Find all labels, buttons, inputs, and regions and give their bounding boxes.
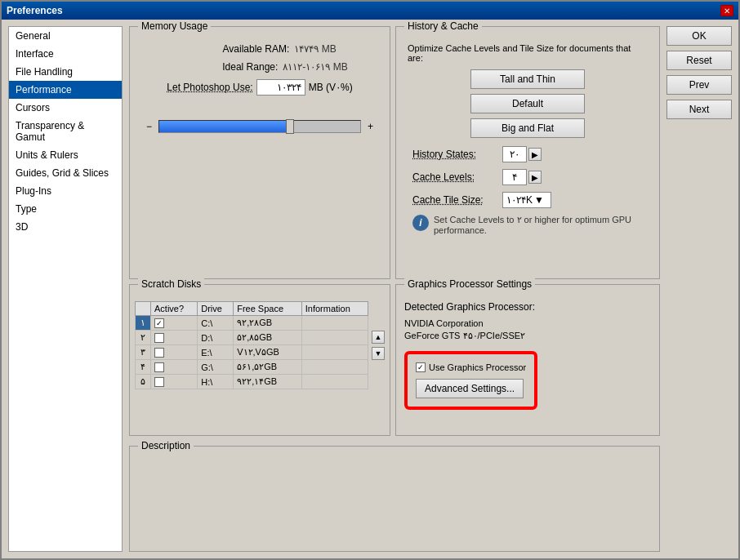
cache-levels-value[interactable]: ۴ (502, 169, 527, 185)
scratch-table-container: Active? Drive Free Space Information ۱ (135, 301, 385, 389)
let-use-input[interactable] (256, 79, 305, 96)
row-drive: D:\ (198, 331, 234, 345)
bottom-panels: Scratch Disks Active? Drive Free Space I… (129, 284, 660, 436)
memory-slider-container: − + (138, 120, 381, 133)
memory-title: Memory Usage (138, 20, 211, 32)
row-drive: H:\ (198, 375, 234, 389)
description-panel: Description (129, 446, 660, 552)
available-ram-value: ۱۴۷۴۹ MB (294, 43, 336, 55)
sidebar-item-cursors[interactable]: Cursors (9, 99, 122, 117)
history-states-label: History States: (412, 149, 502, 160)
history-description: Optimize Cache Levels and Tile Size for … (404, 43, 651, 63)
row-drive: E:\ (198, 345, 234, 360)
available-ram-row: Available RAM: ۱۴۷۴۹ MB (138, 43, 381, 55)
top-panels: Memory Usage Available RAM: ۱۴۷۴۹ MB Ide… (129, 26, 660, 279)
slider-thumb[interactable] (286, 119, 294, 134)
detected-label: Detected Graphics Processor: (404, 301, 651, 313)
sidebar-item-units-rulers[interactable]: Units & Rulers (9, 146, 122, 164)
let-use-unit: MB (V۰%) (309, 82, 353, 93)
sidebar-item-type[interactable]: Type (9, 200, 122, 218)
info-row: i Set Cache Levels to ۲ or higher for op… (404, 215, 651, 235)
tall-thin-button[interactable]: Tall and Thin (470, 69, 585, 89)
row-num: ۴ (136, 360, 151, 375)
sidebar-item-performance[interactable]: Performance (9, 81, 122, 99)
col-drive: Drive (198, 302, 234, 316)
history-states-value[interactable]: ۲۰ (502, 146, 527, 162)
cache-levels-label: Cache Levels: (412, 171, 502, 183)
graphics-content: Detected Graphics Processor: NVIDIA Corp… (404, 301, 651, 410)
scratch-title: Scratch Disks (138, 278, 204, 290)
row-info (301, 375, 368, 389)
cache-levels-row: Cache Levels: ۴ ▶ (404, 169, 651, 185)
row-active[interactable] (151, 360, 198, 375)
table-row: ۴ G:\ ۵۶۱,۵۲GB (136, 360, 368, 375)
scroll-down-button[interactable]: ▼ (372, 347, 385, 360)
ideal-range-row: Ideal Range: ۸۱۱۲-۱۰۶۱۹ MB (138, 61, 381, 73)
slider-minus: − (146, 121, 152, 132)
active-checkbox (154, 362, 164, 372)
row-info (301, 331, 368, 345)
row-info (301, 345, 368, 360)
row-active[interactable] (151, 345, 198, 360)
row-free: V۱۲,V۵GB (234, 345, 302, 360)
use-gpu-label: Use Graphics Processor (429, 362, 526, 372)
highlighted-gpu-section: Use Graphics Processor Advanced Settings… (404, 351, 537, 410)
sidebar-item-guides-grid[interactable]: Guides, Grid & Slices (9, 164, 122, 182)
col-free: Free Space (234, 302, 302, 316)
let-use-row: Let Photoshop Use: MB (V۰%) (138, 79, 381, 96)
row-drive: C:\ (198, 316, 234, 331)
ideal-range-value: ۸۱۱۲-۱۰۶۱۹ MB (283, 61, 347, 73)
history-states-select: ۲۰ ▶ (502, 146, 542, 162)
default-button[interactable]: Default (470, 94, 585, 113)
scroll-up-button[interactable]: ▲ (372, 331, 385, 344)
cache-tile-value: ۱۰۲۴K (506, 194, 533, 206)
active-checkbox (154, 333, 164, 343)
cache-tile-arrow: ▼ (534, 194, 544, 206)
prev-button[interactable]: Prev (666, 75, 732, 95)
row-active[interactable] (151, 375, 198, 389)
use-gpu-row: Use Graphics Processor (416, 362, 526, 372)
row-num: ۳ (136, 345, 151, 360)
history-states-row: History States: ۲۰ ▶ (404, 146, 651, 162)
sidebar-item-plugins[interactable]: Plug-Ins (9, 182, 122, 200)
row-free: ۹۲,۲۸GB (234, 316, 302, 331)
cache-levels-arrow[interactable]: ▶ (528, 171, 542, 184)
ok-button[interactable]: OK (666, 26, 732, 46)
sidebar-item-interface[interactable]: Interface (9, 45, 122, 63)
table-row: ۲ D:\ ۵۲,۸۵GB (136, 331, 368, 345)
gpu-info: NVIDIA Corporation GeForce GTS ۴۵۰/PCIe/… (404, 318, 651, 343)
history-title: History & Cache (404, 20, 482, 32)
available-ram-label: Available RAM: (183, 43, 289, 55)
row-active[interactable] (151, 331, 198, 345)
sidebar-item-file-handling[interactable]: File Handling (9, 63, 122, 81)
description-title: Description (138, 440, 194, 451)
memory-panel: Memory Usage Available RAM: ۱۴۷۴۹ MB Ide… (129, 26, 390, 279)
window-title: Preferences (7, 5, 63, 16)
info-text: Set Cache Levels to ۲ or higher for opti… (434, 215, 643, 235)
table-row: ۱ C:\ ۹۲,۲۸GB (136, 316, 368, 331)
table-row: ۳ E:\ V۱۲,V۵GB (136, 345, 368, 360)
use-gpu-checkbox[interactable] (416, 362, 426, 372)
cache-levels-select: ۴ ▶ (502, 169, 542, 185)
scroll-arrows: ▲ ▼ (372, 301, 385, 389)
sidebar-item-transparency-gamut[interactable]: Transparency & Gamut (9, 117, 122, 146)
cache-tile-label: Cache Tile Size: (412, 194, 502, 206)
col-active: Active? (151, 302, 198, 316)
advanced-settings-button[interactable]: Advanced Settings... (416, 379, 524, 398)
sidebar-item-3d[interactable]: 3D (9, 218, 122, 236)
next-button[interactable]: Next (666, 100, 732, 119)
active-checkbox (154, 377, 164, 387)
scratch-panel: Scratch Disks Active? Drive Free Space I… (129, 284, 390, 436)
row-active[interactable] (151, 316, 198, 331)
main-content: General Interface File Handling Performa… (2, 20, 738, 558)
history-states-arrow[interactable]: ▶ (528, 148, 542, 161)
big-flat-button[interactable]: Big and Flat (470, 118, 585, 138)
sidebar-item-general[interactable]: General (9, 27, 122, 45)
close-button[interactable]: ✕ (720, 5, 733, 16)
reset-button[interactable]: Reset (666, 51, 732, 70)
row-info (301, 316, 368, 331)
memory-slider[interactable] (158, 120, 361, 133)
gpu-model: GeForce GTS ۴۵۰/PCIe/SSE۲ (404, 330, 651, 342)
slider-fill (159, 121, 290, 132)
cache-tile-dropdown[interactable]: ۱۰۲۴K ▼ (502, 192, 551, 208)
